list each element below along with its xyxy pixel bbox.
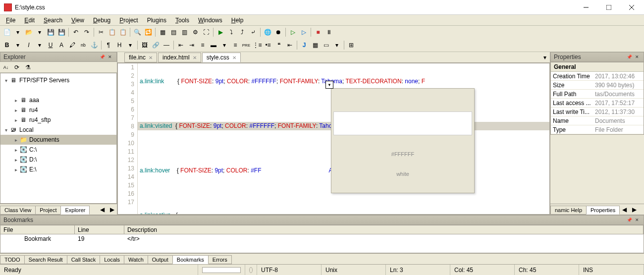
output-tab[interactable]: TODO [0, 255, 25, 264]
step-into-icon[interactable]: ⤴ [237, 27, 247, 37]
anchor-icon[interactable]: ⚓ [89, 40, 99, 50]
underline-icon[interactable]: U [46, 40, 55, 50]
sort-icon[interactable]: A↓ [1, 62, 11, 72]
filter-icon[interactable]: ⚗ [23, 62, 33, 72]
quote-icon[interactable]: ❝ [274, 40, 284, 50]
tab-index-html[interactable]: index.html✕ [158, 53, 201, 62]
tabs-prev-icon[interactable]: ◀ [97, 205, 107, 215]
step-over-icon[interactable]: ⤵ [226, 27, 236, 37]
col-file[interactable]: File [0, 225, 75, 234]
new-dropdown-icon[interactable]: ▾ [13, 27, 23, 37]
property-row[interactable]: Size390 940 bytes) [551, 81, 644, 90]
toggle-1-icon[interactable]: ▦ [158, 27, 167, 37]
tree-item[interactable]: ▸🖥ru4 [0, 105, 116, 115]
pause-icon[interactable]: ⏸ [324, 27, 334, 37]
link-icon[interactable]: 🔗 [151, 40, 161, 50]
stop-icon[interactable]: ■ [313, 27, 323, 37]
code-editor[interactable]: 1234567891011121314151617 a.link:link { … [117, 63, 550, 215]
tab-classview[interactable]: Class View [0, 206, 36, 215]
output-tab[interactable]: Call Stack [67, 255, 101, 264]
bold-dd-icon[interactable]: ▾ [13, 40, 23, 50]
property-row[interactable]: Full Pathtas/Documents [551, 90, 644, 99]
output-tab[interactable]: Errors [208, 255, 232, 264]
undo-icon[interactable]: ↶ [71, 27, 81, 37]
menu-tools[interactable]: Tools [171, 16, 193, 25]
open-icon[interactable]: 📂 [24, 27, 34, 37]
tab-file-inc[interactable]: file.inc✕ [124, 53, 157, 62]
property-row[interactable]: Last write Ti...2012, 11:37:30 [551, 108, 644, 116]
form-dd-icon[interactable]: ▾ [332, 40, 342, 50]
menu-debug[interactable]: Debug [89, 16, 114, 25]
cut-icon[interactable]: ✂ [96, 27, 106, 37]
tab-explorer[interactable]: Explorer [60, 206, 90, 215]
close-button[interactable] [620, 0, 643, 15]
explorer-tree[interactable]: ▾🖥FTP/SFTP Servers▸🖥aaa▸🖥ru4▸🖥ru4_sftp▾🖳… [0, 73, 117, 204]
tree-item[interactable]: ▾🖳Local [0, 125, 116, 135]
heading-dd-icon[interactable]: ▾ [125, 40, 135, 50]
toggle-2-icon[interactable]: ▤ [168, 27, 178, 37]
menu-edit[interactable]: Edit [20, 16, 39, 25]
tabs-next-icon[interactable]: ▶ [629, 205, 639, 215]
nbsp-icon[interactable]: nb [78, 40, 88, 50]
find-icon[interactable]: 🔍 [132, 27, 142, 37]
tabs-menu-icon[interactable]: ▾ [540, 53, 550, 62]
list-icon[interactable]: ≡ [230, 40, 240, 50]
block-dd-icon[interactable]: ▾ [219, 40, 229, 50]
indent-right-icon[interactable]: ⇥ [187, 40, 197, 50]
menu-view[interactable]: View [67, 16, 88, 25]
menu-windows[interactable]: Windows [194, 16, 226, 25]
tabs-prev-icon[interactable]: ◀ [619, 205, 629, 215]
bookmark-row[interactable]: Bookmark 19 </tr> [0, 234, 644, 243]
ol-icon[interactable]: ⋮≡ [252, 40, 262, 50]
font-icon[interactable]: A [56, 40, 66, 50]
menu-plugins[interactable]: Plugins [143, 16, 170, 25]
toggle-3-icon[interactable]: ▥ [179, 27, 189, 37]
ul-icon[interactable]: •≡ [263, 40, 273, 50]
tooltip-dropdown-icon[interactable]: ▼ [325, 81, 333, 89]
output-tab[interactable]: Locals [100, 255, 124, 264]
tree-item[interactable]: ▸📁Documents [0, 135, 116, 145]
close-icon[interactable]: ✕ [232, 55, 236, 60]
js-icon[interactable]: J [299, 40, 309, 50]
close-panel-icon[interactable]: ✕ [634, 54, 641, 60]
close-panel-icon[interactable]: ✕ [634, 217, 641, 223]
highlight-icon[interactable]: 🖍 [67, 40, 77, 50]
globe-icon[interactable]: 🌐 [263, 27, 272, 37]
maximize-button[interactable] [597, 0, 620, 15]
tree-item[interactable]: ▸🖥ru4_sftp [0, 115, 116, 125]
heading-icon[interactable]: H [114, 40, 124, 50]
record-icon[interactable]: ⏺ [273, 27, 283, 37]
property-row[interactable]: Last access ...2017, 17:52:17 [551, 99, 644, 108]
tree-item[interactable]: ▸💽C:\ [0, 145, 116, 155]
italic-icon[interactable]: I [24, 40, 34, 50]
output-tab[interactable]: Watch [124, 255, 148, 264]
open-dropdown-icon[interactable]: ▾ [35, 27, 45, 37]
settings-icon[interactable]: ⚙ [190, 27, 200, 37]
col-desc[interactable]: Description [124, 225, 644, 234]
copy-icon[interactable]: 📋 [107, 27, 117, 37]
close-panel-icon[interactable]: ✕ [107, 54, 113, 60]
menu-help[interactable]: Help [227, 16, 248, 25]
italic-dd-icon[interactable]: ▾ [35, 40, 45, 50]
block-icon[interactable]: ▬ [209, 40, 218, 50]
pin-icon[interactable]: 📌 [99, 54, 106, 60]
menu-search[interactable]: Search [40, 16, 66, 25]
forward-icon[interactable]: ▷ [299, 27, 309, 37]
indent-left-icon[interactable]: ⇤ [176, 40, 186, 50]
outdent-icon[interactable]: ⇤ [285, 40, 295, 50]
tree-item[interactable]: ▸💽D:\ [0, 155, 116, 165]
tabs-next-icon[interactable]: ▶ [107, 205, 117, 215]
save-icon[interactable]: 💾 [46, 27, 55, 37]
save-all-icon[interactable]: 💾 [56, 27, 66, 37]
close-icon[interactable]: ✕ [149, 55, 153, 60]
status-ins[interactable]: INS [579, 265, 644, 275]
bold-icon[interactable]: B [2, 40, 12, 50]
menu-file[interactable]: File [2, 16, 19, 25]
layout-icon[interactable]: ⊞ [346, 40, 356, 50]
pin-icon[interactable]: 📌 [626, 54, 633, 60]
refresh-icon[interactable]: ⟳ [12, 62, 22, 72]
output-tab[interactable]: Output [148, 255, 173, 264]
output-tab[interactable]: Search Result [24, 255, 67, 264]
new-file-icon[interactable]: 📄 [2, 27, 12, 37]
tree-item[interactable] [0, 85, 116, 95]
